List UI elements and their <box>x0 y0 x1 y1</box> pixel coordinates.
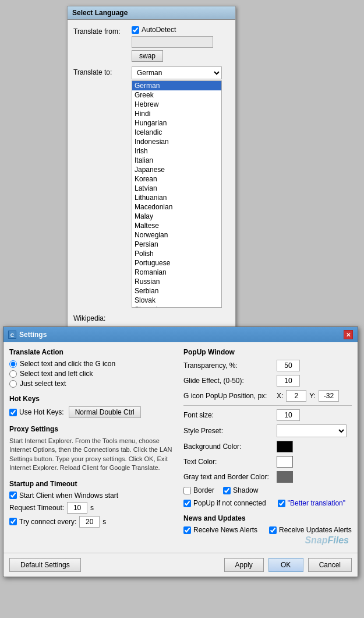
better-translation-checkbox[interactable] <box>278 500 285 507</box>
list-item-slovak[interactable]: Slovak <box>132 296 221 305</box>
text-color-swatch[interactable] <box>277 456 293 468</box>
translate-action-section: Translate Action Select text and click t… <box>9 348 178 388</box>
list-item-japanese[interactable]: Japanese <box>132 165 221 174</box>
list-item-icelandic[interactable]: Icelandic <box>132 128 221 137</box>
swap-button[interactable]: swap <box>132 50 163 62</box>
list-item-indonesian[interactable]: Indonesian <box>132 137 221 146</box>
list-item-polish[interactable]: Polish <box>132 249 221 258</box>
g-icon-position-label: G icon PopUp Position, px: <box>183 392 277 400</box>
list-item-romanian[interactable]: Romanian <box>132 268 221 277</box>
g-icon-position-row: G icon PopUp Position, px: X: Y: <box>183 390 352 402</box>
transparency-row: Transparency, %: <box>183 360 352 371</box>
list-item-irish[interactable]: Irish <box>132 146 221 156</box>
footer-right: Apply OK Cancel <box>224 558 352 572</box>
border-checkbox[interactable] <box>183 487 191 494</box>
cancel-button[interactable]: Cancel <box>308 558 352 572</box>
list-item-hindi[interactable]: Hindi <box>132 109 221 118</box>
translate-from-label: Translate from: <box>73 26 132 36</box>
translate-action-title: Translate Action <box>9 348 178 356</box>
wikipedia-row: Wikipedia: <box>73 312 229 322</box>
request-timeout-input[interactable] <box>67 502 87 514</box>
list-item-russian[interactable]: Russian <box>132 277 221 286</box>
list-item-korean[interactable]: Korean <box>132 174 221 184</box>
list-item-hebrew[interactable]: Hebrew <box>132 100 221 109</box>
try-connect-checkbox[interactable] <box>9 518 17 525</box>
try-connect-input[interactable] <box>79 516 100 528</box>
use-hot-keys-checkbox[interactable] <box>9 409 17 416</box>
language-list[interactable]: German Greek Hebrew Hindi Hungarian Icel… <box>132 80 222 308</box>
list-item-greek[interactable]: Greek <box>132 90 221 100</box>
popup-connected-group: PopUp if not connected <box>183 499 266 507</box>
popup-window-title: PopUp Window <box>183 348 352 356</box>
list-item-hungarian[interactable]: Hungarian <box>132 118 221 128</box>
list-item-malay[interactable]: Malay <box>132 212 221 221</box>
gray-text-swatch[interactable] <box>277 471 293 483</box>
action-radio-2[interactable] <box>9 370 17 378</box>
close-button[interactable]: ✕ <box>344 330 353 339</box>
action-radio-3[interactable] <box>9 380 17 388</box>
list-item-serbian[interactable]: Serbian <box>132 286 221 296</box>
settings-dialog: C Settings ✕ Translate Action Select tex… <box>3 326 358 577</box>
background-color-swatch[interactable] <box>277 441 293 452</box>
request-timeout-row: Request Timeout: s <box>9 502 178 514</box>
font-size-input[interactable] <box>277 409 300 421</box>
target-language-select[interactable]: German <box>132 66 222 79</box>
shadow-checkbox[interactable] <box>223 487 231 494</box>
font-size-row: Font size: <box>183 409 352 421</box>
transparency-input[interactable] <box>277 360 300 371</box>
source-language-input[interactable]: English <box>132 36 213 48</box>
settings-icon: C <box>8 331 16 339</box>
glide-effect-label: Glide Effect, (0-50): <box>183 377 277 385</box>
action-radio-1[interactable] <box>9 360 17 368</box>
g-icon-xy: X: Y: <box>277 390 339 402</box>
autodetect-row: AutoDetect <box>132 26 229 34</box>
settings-title-left: C Settings <box>8 331 47 339</box>
settings-right-panel: PopUp Window Transparency, %: Glide Effe… <box>183 348 352 547</box>
apply-button[interactable]: Apply <box>224 558 264 572</box>
popup-connected-checkbox[interactable] <box>183 500 191 507</box>
list-item-latvian[interactable]: Latvian <box>132 184 221 193</box>
action-label-3: Just select text <box>20 380 66 388</box>
receive-news-checkbox[interactable] <box>183 526 191 534</box>
autodetect-label: AutoDetect <box>142 26 176 34</box>
settings-title: Settings <box>19 331 47 339</box>
action-label-2: Select text and left click <box>20 370 93 378</box>
request-timeout-label: Request Timeout: <box>9 504 64 512</box>
start-client-checkbox[interactable] <box>9 491 17 499</box>
translate-to-row: Translate to: German German Greek Hebrew… <box>73 66 229 308</box>
select-language-content: Translate from: AutoDetect English swap … <box>68 20 235 351</box>
glide-effect-input[interactable] <box>277 375 300 387</box>
startup-title: Startup and Timeout <box>9 480 178 488</box>
receive-updates-checkbox[interactable] <box>269 526 277 534</box>
settings-title-bar: C Settings ✕ <box>3 327 358 342</box>
g-icon-y-input[interactable] <box>319 390 339 402</box>
news-row: Receive News Alerts Receive Updates Aler… <box>183 526 352 534</box>
settings-body: Translate Action Select text and click t… <box>3 342 358 553</box>
list-item-portuguese[interactable]: Portuguese <box>132 258 221 268</box>
try-connect-row: Try connect every: s <box>9 516 178 528</box>
shadow-checkbox-group: Shadow <box>223 486 258 494</box>
better-translation-group: "Better translation" <box>278 499 345 507</box>
default-settings-button[interactable]: Default Settings <box>9 558 81 572</box>
style-preset-select[interactable] <box>277 424 347 437</box>
shadow-label: Shadow <box>233 486 258 494</box>
gray-text-row: Gray text and Border Color: <box>183 471 352 483</box>
list-item-maltese[interactable]: Maltese <box>132 221 221 230</box>
ok-button[interactable]: OK <box>268 558 303 572</box>
list-item-slovenian[interactable]: Slovenian <box>132 305 221 308</box>
list-item-macedonian[interactable]: Macedonian <box>132 202 221 212</box>
try-connect-checkbox-group: Try connect every: <box>9 518 76 526</box>
list-item-lithuanian[interactable]: Lithuanian <box>132 193 221 202</box>
g-icon-x-input[interactable] <box>286 390 306 402</box>
list-item-persian[interactable]: Persian <box>132 240 221 249</box>
glide-effect-row: Glide Effect, (0-50): <box>183 375 352 387</box>
autodetect-checkbox[interactable] <box>132 26 139 34</box>
divider-1 <box>183 405 352 406</box>
action-option-2: Select text and left click <box>9 370 178 378</box>
list-item-italian[interactable]: Italian <box>132 156 221 165</box>
y-label: Y: <box>309 392 316 400</box>
list-item-norwegian[interactable]: Norwegian <box>132 230 221 240</box>
hot-key-button[interactable]: Normal Double Ctrl <box>69 406 141 418</box>
try-connect-label: Try connect every: <box>19 518 76 526</box>
list-item-german[interactable]: German <box>132 81 221 90</box>
